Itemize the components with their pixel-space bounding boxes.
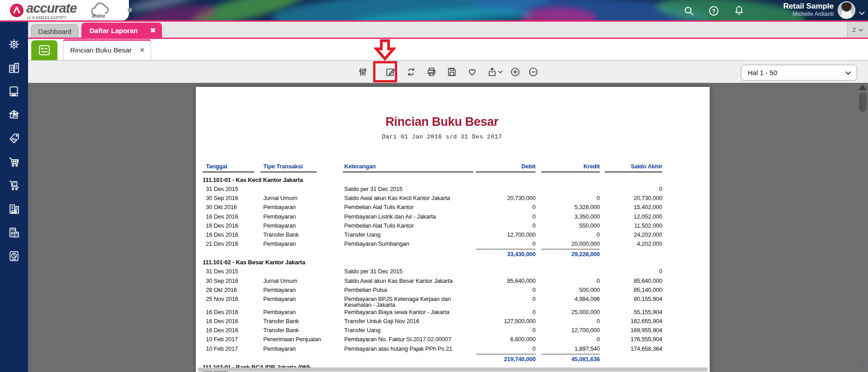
- account-section-header: 111.101-02 - Kas Besar Kantor Jakarta: [203, 258, 664, 267]
- app-header: accurate online v1.0.1#3224-2137377 ? Re…: [0, 0, 868, 21]
- table-row: 16 Des 2016PembayaranPembayaran Listrik …: [203, 213, 664, 222]
- refresh-icon[interactable]: [406, 67, 417, 77]
- table-row: 21 Des 2016PembayaranPembayaran Sumbanga…: [203, 240, 664, 249]
- column-header-debit: Debit: [476, 163, 536, 172]
- sidebar-item-ledger-book[interactable]: [8, 85, 20, 98]
- page-selector-dropdown[interactable]: Hal 1 - 50: [741, 65, 857, 81]
- table-row: 30 Sep 2016Jurnal UmumSaldo Awal akun Ka…: [203, 194, 664, 203]
- section-totals-row: 33,430,00029,228,000: [203, 249, 664, 258]
- sidebar-item-cash-bank[interactable]: [8, 109, 20, 121]
- tab-overflow-dropdown[interactable]: 2: [847, 22, 868, 38]
- table-row: 16 Des 2016PembayaranPembelian Alat Tuli…: [203, 222, 664, 231]
- favorite-heart-icon[interactable]: [467, 67, 478, 77]
- report-tab-bar: Rincian Buku Besar ✕: [28, 38, 868, 60]
- report-subtitle: Dari 01 Jan 2016 s/d 31 Des 2017: [196, 134, 688, 140]
- close-tab-icon[interactable]: ✖: [150, 23, 156, 38]
- table-row: 30 Okt 2016PembayaranPembelian Alat Tuli…: [203, 203, 664, 212]
- table-row: 16 Des 2016Transfer BankTransfer Uang12,…: [203, 231, 664, 240]
- report-viewport: Rincian Buku Besar Dari 01 Jan 2016 s/d …: [28, 83, 868, 372]
- tab-daftar-laporan[interactable]: Daftar Laporan ✖: [81, 23, 162, 38]
- tab-daftar-laporan-label: Daftar Laporan: [90, 27, 138, 34]
- report-table-body: 111.101-01 - Kas Kecil Kantor Jakarta31 …: [203, 176, 664, 372]
- sidebar-item-inventory-trolley[interactable]: [8, 179, 20, 192]
- list-icon: [38, 45, 50, 56]
- report-page: Rincian Buku Besar Dari 01 Jan 2016 s/d …: [196, 87, 710, 372]
- brand-online-label: online: [92, 14, 105, 19]
- close-report-tab-icon[interactable]: ✕: [140, 41, 145, 60]
- filter-sliders-icon[interactable]: [357, 67, 368, 77]
- report-list-button[interactable]: [31, 40, 57, 60]
- user-name: Michelle Ardianti: [783, 11, 834, 18]
- column-header-tipe-transaksi: Tipe Transaksi: [261, 163, 317, 172]
- header-divider: [0, 20, 868, 22]
- zoom-in-icon[interactable]: [510, 67, 521, 77]
- table-row: 28 Okt 2016PembayaranPembelian Pulsa0500…: [203, 286, 664, 295]
- user-chevron-down-icon[interactable]: [859, 9, 865, 17]
- notifications-bell-icon[interactable]: [733, 5, 745, 17]
- app-version: v1.0.1#3224-2137377: [27, 15, 66, 20]
- sidebar-item-reports[interactable]: [8, 250, 20, 262]
- svg-text:TAX: TAX: [11, 229, 16, 231]
- column-header-kredit: Kredit: [541, 163, 600, 172]
- sidebar-nav: Rp TAX: [0, 21, 28, 372]
- table-row: 10 Feb 2017Penerimaan PenjualanPembayara…: [203, 335, 664, 344]
- table-row: 31 Des 2015Saldo per 31 Dec 20150: [203, 185, 664, 194]
- export-share-icon[interactable]: [487, 67, 498, 77]
- brand-name: accurate: [26, 1, 76, 16]
- table-row: 16 Des 2016Transfer BankTransfer Uang012…: [203, 326, 664, 335]
- report-title: Rincian Buku Besar: [196, 115, 688, 129]
- annotation-arrow-icon: [374, 39, 396, 61]
- sidebar-item-tax[interactable]: TAX: [8, 226, 20, 239]
- tab-dashboard[interactable]: Dashboard: [31, 24, 78, 38]
- column-header-keterangan: Keterangan: [343, 163, 473, 172]
- report-tab-label: Rincian Buku Besar: [70, 46, 132, 54]
- sidebar-item-settings[interactable]: [8, 38, 20, 51]
- zoom-out-icon[interactable]: [528, 67, 539, 77]
- horizontal-scrollbar-thumb[interactable]: [198, 367, 708, 372]
- section-totals-row: 219,740,00045,081,636: [203, 354, 664, 363]
- table-row: 16 Des 2016PembayaranPembayaran Biaya se…: [203, 308, 664, 317]
- sidebar-item-purchases-cart[interactable]: [8, 156, 20, 168]
- report-toolbar: Hal 1 - 50: [28, 60, 868, 83]
- column-header-saldo-akhir: Saldo Akhir: [605, 163, 662, 172]
- column-header-tanggal: Tanggal: [203, 163, 254, 172]
- table-header-row: Tanggal Tipe Transaksi Keterangan Debit …: [203, 163, 664, 173]
- table-row: 30 Sep 2016Jurnal UmumSaldo Awal akun Ka…: [203, 277, 664, 286]
- cloud-icon: online: [89, 2, 113, 19]
- table-row: 25 Nov 2016PembayaranPembayaran BPJS Ket…: [203, 295, 664, 308]
- scroll-up-arrow[interactable]: [859, 85, 867, 90]
- page-selector-value: Hal 1 - 50: [748, 69, 777, 76]
- scroll-down-arrow[interactable]: [859, 363, 867, 368]
- table-row: 10 Feb 2017PembayaranPembayaran atas hut…: [203, 345, 664, 354]
- accurate-logo-icon: [10, 4, 24, 17]
- table-row: 31 Des 2015Saldo per 31 Dec 20150: [203, 267, 664, 277]
- main-tab-bar: Dashboard Daftar Laporan ✖ 2: [28, 22, 868, 38]
- svg-text:?: ?: [712, 8, 716, 14]
- brand-logo: accurate online v1.0.1#3224-2137377: [0, 0, 129, 21]
- vertical-scrollbar-thumb[interactable]: [859, 93, 867, 112]
- export-chevron-down-icon[interactable]: [497, 67, 503, 77]
- tab-rincian-buku-besar[interactable]: Rincian Buku Besar ✕: [63, 39, 151, 60]
- search-icon[interactable]: [683, 5, 695, 17]
- user-avatar[interactable]: [838, 1, 855, 19]
- chevron-down-icon: [845, 71, 851, 75]
- annotation-highlight-box: [373, 61, 397, 82]
- sidebar-item-sales[interactable]: Rp: [8, 132, 20, 145]
- table-row: 16 Des 2016Transfer BankTransfer Untuk G…: [203, 317, 664, 326]
- sidebar-item-company[interactable]: [8, 62, 20, 74]
- account-section-header: 111.101-01 - Kas Kecil Kantor Jakarta: [203, 176, 664, 185]
- help-icon[interactable]: ?: [708, 5, 720, 17]
- header-dot: [128, 8, 132, 12]
- company-name: Retail Sample: [783, 1, 834, 11]
- user-menu[interactable]: Retail Sample Michelle Ardianti: [783, 1, 834, 18]
- app-window: accurate online v1.0.1#3224-2137377 ? Re…: [0, 0, 868, 372]
- save-icon[interactable]: [446, 67, 457, 77]
- svg-text:Rp: Rp: [12, 137, 16, 141]
- print-icon[interactable]: [426, 67, 437, 77]
- sidebar-item-fixed-assets[interactable]: [8, 203, 20, 215]
- tab-overflow-count: 2: [853, 26, 856, 33]
- tab-bar-accent-line: [28, 38, 868, 39]
